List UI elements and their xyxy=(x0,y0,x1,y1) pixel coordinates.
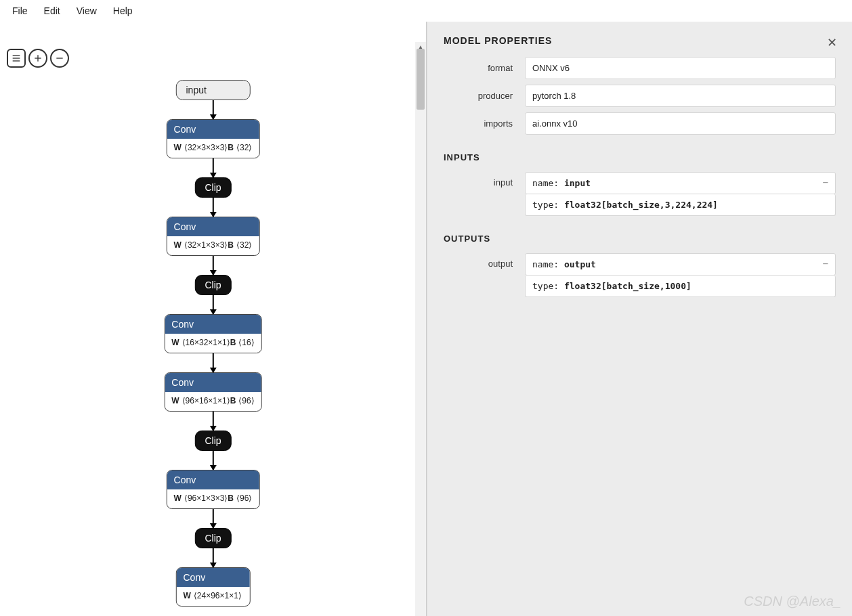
sidebar-title: MODEL PROPERTIES xyxy=(444,35,836,46)
graph-edge xyxy=(213,295,214,314)
input-block: input name: input − type: float32[batch_… xyxy=(444,172,836,216)
node-title: Conv xyxy=(165,373,261,392)
graph-edge xyxy=(213,509,214,528)
graph-node-clip[interactable]: Clip xyxy=(194,275,231,295)
prop-imports: imports ai.onnx v10 xyxy=(444,112,836,135)
menu-edit[interactable]: Edit xyxy=(37,3,67,19)
graph-node-input[interactable]: input xyxy=(176,80,251,100)
outputs-heading: OUTPUTS xyxy=(444,234,836,244)
graph-node-conv[interactable]: Conv W⟨24×96×1×1⟩ xyxy=(176,567,251,607)
menubar: File Edit View Help xyxy=(0,0,852,22)
graph-edge xyxy=(213,353,214,372)
graph-edge xyxy=(213,548,214,567)
node-params: W⟨16×32×1×1⟩ B⟨16⟩ xyxy=(165,334,261,353)
output-type-row: type: float32[batch_size,1000] xyxy=(525,276,836,297)
graph-node-clip[interactable]: Clip xyxy=(194,528,231,548)
close-icon[interactable]: ✕ xyxy=(827,35,837,50)
graph-node-conv[interactable]: Conv W⟨96×1×3×3⟩ B⟨96⟩ xyxy=(167,470,260,509)
collapse-icon[interactable]: − xyxy=(823,177,828,188)
node-title: Conv xyxy=(165,315,261,334)
graph-node-conv[interactable]: Conv W⟨16×32×1×1⟩ B⟨16⟩ xyxy=(164,314,261,353)
graph-node-conv[interactable]: Conv W⟨32×3×3×3⟩ B⟨32⟩ xyxy=(167,119,260,158)
prop-producer: producer pytorch 1.8 xyxy=(444,85,836,107)
properties-sidebar: ✕ MODEL PROPERTIES format ONNX v6 produc… xyxy=(427,22,852,616)
node-title: Conv xyxy=(177,568,250,587)
node-params: W⟨32×3×3×3⟩ B⟨32⟩ xyxy=(167,139,259,158)
node-params: W⟨96×1×3×3⟩ B⟨96⟩ xyxy=(167,489,259,508)
node-params: W⟨24×96×1×1⟩ xyxy=(177,587,250,606)
graph-pane[interactable]: input Conv W⟨32×3×3×3⟩ B⟨32⟩ Clip Conv xyxy=(0,22,427,616)
menu-view[interactable]: View xyxy=(70,3,104,19)
menu-help[interactable]: Help xyxy=(106,3,140,19)
output-block: output name: output − type: float32[batc… xyxy=(444,253,836,297)
graph-edge xyxy=(213,451,214,470)
inputs-heading: INPUTS xyxy=(444,152,836,162)
node-params: W⟨32×1×3×3⟩ B⟨32⟩ xyxy=(167,236,259,255)
scroll-thumb[interactable] xyxy=(417,49,425,110)
graph-scrollbar[interactable]: ▲ xyxy=(415,42,426,616)
output-name-row[interactable]: name: output − xyxy=(525,253,836,276)
node-title: Conv xyxy=(167,470,259,489)
graph-canvas[interactable]: input Conv W⟨32×3×3×3⟩ B⟨32⟩ Clip Conv xyxy=(0,22,426,616)
input-name-row[interactable]: name: input − xyxy=(525,172,836,194)
graph-node-conv[interactable]: Conv W⟨96×16×1×1⟩ B⟨96⟩ xyxy=(164,372,261,412)
graph-edge xyxy=(213,412,214,431)
node-params: W⟨96×16×1×1⟩ B⟨96⟩ xyxy=(165,392,261,411)
prop-format: format ONNX v6 xyxy=(444,57,836,79)
node-title: Conv xyxy=(167,217,259,236)
graph-node-clip[interactable]: Clip xyxy=(194,177,231,198)
menu-file[interactable]: File xyxy=(5,3,35,19)
graph-edge xyxy=(213,100,214,119)
graph-edge xyxy=(213,256,214,275)
graph-edge xyxy=(213,198,214,217)
node-title: Conv xyxy=(167,120,259,139)
collapse-icon[interactable]: − xyxy=(823,258,828,269)
input-type-row: type: float32[batch_size,3,224,224] xyxy=(525,194,836,216)
graph-edge xyxy=(213,158,214,177)
graph-node-conv[interactable]: Conv W⟨32×1×3×3⟩ B⟨32⟩ xyxy=(167,217,260,256)
graph-node-clip[interactable]: Clip xyxy=(194,431,231,451)
